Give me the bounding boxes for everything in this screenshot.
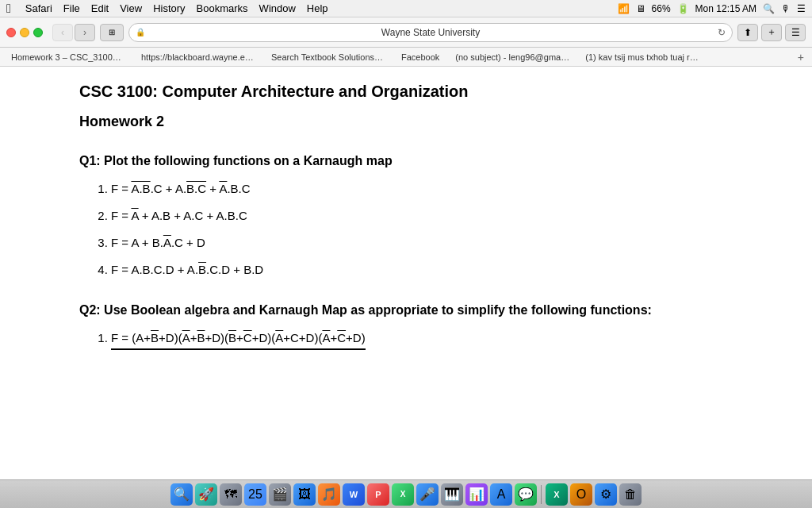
bookmark-1[interactable]: Homework 3 – CSC_3100_1709... [5, 51, 132, 64]
q2-title: Q2: Use Boolean algebra and Karnaugh Map… [79, 303, 764, 318]
bookmark-5[interactable]: (no subject) - leng96@gmail.c... [449, 51, 576, 64]
add-bookmark-button[interactable]: + [795, 51, 807, 64]
dock-excel[interactable]: X [392, 483, 414, 506]
homework-title: Homework 2 [79, 114, 764, 130]
forward-button[interactable]: › [75, 24, 95, 41]
back-button[interactable]: ‹ [52, 24, 73, 41]
bookmarks-bar: Homework 3 – CSC_3100_1709... https://bl… [0, 48, 812, 67]
clock: Mon 12:15 AM [695, 3, 756, 14]
dock-divider [541, 485, 542, 504]
menu-edit[interactable]: Edit [91, 2, 109, 14]
dock-trash[interactable]: 🗑 [619, 483, 642, 506]
reload-button[interactable]: ↻ [718, 27, 726, 38]
battery-label: 66% [652, 3, 671, 14]
bookmark-2[interactable]: https://blackboard.wayne.edu/... [135, 51, 262, 64]
dock-finder2[interactable]: 🎬 [269, 483, 291, 506]
dock-finder[interactable]: 🔍 [170, 483, 193, 506]
dock-app3[interactable]: 💬 [515, 483, 537, 506]
fullscreen-button[interactable] [33, 28, 43, 37]
q1-formula-list: F = A.B.C + A.B.C + A.B.C F = A + A.B + … [79, 179, 764, 279]
dock-excel2[interactable]: X [546, 483, 568, 506]
q1-formula-3: F = A + B.A.C + D [111, 233, 764, 252]
dock-preferences[interactable]: ⚙ [595, 483, 617, 506]
q2-formula-1: F = (A+B+D)(A+B+D)(B+C+D)(A+C+D)(A+C+D) [111, 329, 764, 350]
new-tab-button[interactable]: ＋ [761, 24, 782, 41]
page-content: CSC 3100: Computer Architecture and Orga… [0, 67, 812, 479]
browser-toolbar: ‹ › ⊞ 🔒 Wayne State University ↻ ⬆ ＋ ☰ [0, 17, 812, 48]
dock-launchpad[interactable]: 🚀 [195, 483, 217, 506]
bookmark-3[interactable]: Search Textbook Solutions | C... [265, 51, 392, 64]
dock: 🔍 🚀 🗺 25 🎬 🖼 🎵 W P X 🎤 🎹 📊 A 💬 X O ⚙ 🗑 [0, 479, 812, 508]
screen-icon: 🖥 [636, 3, 645, 14]
menu-help[interactable]: Help [307, 2, 328, 14]
menu-bookmarks[interactable]: Bookmarks [197, 2, 248, 14]
bookmark-6[interactable]: (1) kav tsij mus txhob tuaj raws... [579, 51, 706, 64]
dock-outlook[interactable]: O [570, 483, 592, 506]
menu-history[interactable]: History [153, 2, 185, 14]
address-text: Wayne State University [381, 27, 480, 38]
q1-formula-2: F = A + A.B + A.C + A.B.C [111, 206, 764, 225]
search-icon[interactable]: 🔍 [763, 3, 775, 14]
dock-itunes[interactable]: 🎤 [416, 483, 439, 506]
dock-photos[interactable]: 🖼 [293, 483, 316, 506]
q1-title: Q1: Plot the following functions on a Ka… [79, 154, 764, 168]
traffic-lights [6, 28, 43, 37]
siri-icon[interactable]: 🎙 [781, 3, 791, 14]
bookmark-4[interactable]: Facebook [395, 51, 446, 64]
address-bar[interactable]: 🔒 Wayne State University ↻ [128, 23, 733, 42]
menu-view[interactable]: View [120, 2, 142, 14]
minimize-button[interactable] [20, 28, 29, 37]
lock-icon: 🔒 [136, 28, 145, 37]
sidebar-button[interactable]: ☰ [785, 24, 806, 41]
wifi-icon: 📶 [618, 3, 630, 14]
dock-app1[interactable]: 📊 [465, 483, 488, 506]
dock-maps[interactable]: 🗺 [220, 483, 242, 506]
control-center-icon[interactable]: ☰ [797, 3, 806, 14]
dock-piano[interactable]: 🎹 [441, 483, 463, 506]
q2-formula-list: F = (A+B+D)(A+B+D)(B+C+D)(A+C+D)(A+C+D) [79, 329, 764, 350]
share-button[interactable]: ⬆ [737, 24, 758, 41]
dock-word[interactable]: W [343, 483, 365, 506]
menubar:  Safari File Edit View History Bookmark… [0, 0, 812, 17]
menu-safari[interactable]: Safari [25, 2, 52, 14]
page-title: CSC 3100: Computer Architecture and Orga… [79, 83, 764, 101]
tab-overview-button[interactable]: ⊞ [100, 24, 124, 41]
dock-app2[interactable]: A [490, 483, 512, 506]
dock-music[interactable]: 🎵 [318, 483, 340, 506]
menu-file[interactable]: File [63, 2, 80, 14]
menu-window[interactable]: Window [259, 2, 296, 14]
q1-formula-1: F = A.B.C + A.B.C + A.B.C [111, 179, 764, 198]
battery-icon: 🔋 [677, 3, 689, 14]
dock-powerpoint[interactable]: P [367, 483, 389, 506]
close-button[interactable] [6, 28, 16, 37]
q1-formula-4: F = A.B.C.D + A.B.C.D + B.D [111, 260, 764, 279]
apple-menu[interactable]:  [6, 2, 11, 16]
dock-calendar[interactable]: 25 [244, 483, 266, 506]
